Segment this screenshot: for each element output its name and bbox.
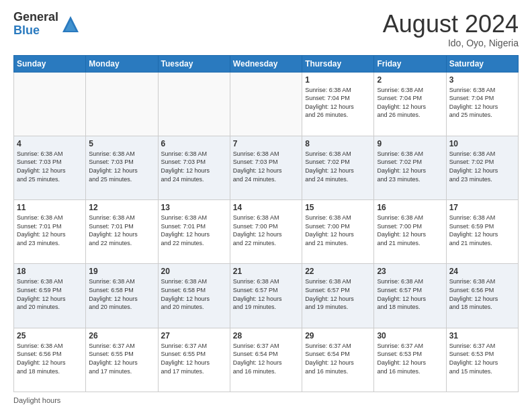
calendar-day-cell: 19Sunrise: 6:38 AM Sunset: 6:58 PM Dayli… bbox=[86, 264, 158, 328]
day-info: Sunrise: 6:38 AM Sunset: 7:04 PM Dayligh… bbox=[305, 86, 371, 120]
day-number: 18 bbox=[17, 267, 83, 276]
calendar-day-cell: 10Sunrise: 6:38 AM Sunset: 7:02 PM Dayli… bbox=[446, 136, 518, 199]
day-number: 28 bbox=[233, 331, 299, 340]
month-title: August 2024 bbox=[383, 11, 519, 38]
day-info: Sunrise: 6:38 AM Sunset: 6:58 PM Dayligh… bbox=[89, 277, 154, 311]
calendar-day-header: Wednesday bbox=[230, 55, 302, 72]
day-number: 19 bbox=[89, 267, 154, 276]
calendar-day-cell: 15Sunrise: 6:38 AM Sunset: 7:00 PM Dayli… bbox=[302, 200, 374, 264]
day-info: Sunrise: 6:38 AM Sunset: 7:02 PM Dayligh… bbox=[449, 150, 515, 183]
day-number: 30 bbox=[377, 331, 443, 340]
day-info: Sunrise: 6:38 AM Sunset: 7:02 PM Dayligh… bbox=[305, 150, 371, 183]
calendar-day-cell: 24Sunrise: 6:38 AM Sunset: 6:56 PM Dayli… bbox=[446, 264, 518, 328]
calendar-day-cell: 31Sunrise: 6:37 AM Sunset: 6:53 PM Dayli… bbox=[446, 328, 518, 392]
day-info: Sunrise: 6:38 AM Sunset: 6:57 PM Dayligh… bbox=[233, 277, 299, 311]
day-number: 9 bbox=[377, 139, 443, 148]
day-info: Sunrise: 6:38 AM Sunset: 7:03 PM Dayligh… bbox=[89, 150, 154, 183]
calendar-day-cell: 23Sunrise: 6:38 AM Sunset: 6:57 PM Dayli… bbox=[374, 264, 446, 328]
day-number: 7 bbox=[233, 139, 299, 148]
day-info: Sunrise: 6:38 AM Sunset: 7:03 PM Dayligh… bbox=[233, 150, 299, 183]
logo-blue: Blue bbox=[13, 24, 58, 38]
calendar-week-row: 25Sunrise: 6:38 AM Sunset: 6:56 PM Dayli… bbox=[14, 328, 519, 392]
subtitle: Ido, Oyo, Nigeria bbox=[383, 38, 519, 48]
day-info: Sunrise: 6:38 AM Sunset: 7:00 PM Dayligh… bbox=[233, 214, 299, 247]
calendar-day-cell: 11Sunrise: 6:38 AM Sunset: 7:01 PM Dayli… bbox=[14, 200, 86, 264]
calendar-day-cell: 3Sunrise: 6:38 AM Sunset: 7:04 PM Daylig… bbox=[446, 72, 518, 136]
calendar-day-cell: 12Sunrise: 6:38 AM Sunset: 7:01 PM Dayli… bbox=[86, 200, 158, 264]
footer: Daylight hours bbox=[13, 396, 519, 404]
calendar-day-cell: 2Sunrise: 6:38 AM Sunset: 7:04 PM Daylig… bbox=[374, 72, 446, 136]
calendar-day-cell: 18Sunrise: 6:38 AM Sunset: 6:59 PM Dayli… bbox=[14, 264, 86, 328]
day-number: 10 bbox=[449, 139, 515, 148]
calendar-day-cell: 25Sunrise: 6:38 AM Sunset: 6:56 PM Dayli… bbox=[14, 328, 86, 392]
logo: General Blue bbox=[13, 11, 81, 38]
day-number: 23 bbox=[377, 267, 443, 276]
footer-text: Daylight hours bbox=[13, 396, 60, 404]
calendar-day-cell bbox=[86, 72, 158, 136]
logo-general: General bbox=[13, 11, 58, 24]
calendar-day-cell: 14Sunrise: 6:38 AM Sunset: 7:00 PM Dayli… bbox=[230, 200, 302, 264]
calendar-day-cell: 7Sunrise: 6:38 AM Sunset: 7:03 PM Daylig… bbox=[230, 136, 302, 199]
day-info: Sunrise: 6:38 AM Sunset: 6:59 PM Dayligh… bbox=[17, 277, 83, 311]
calendar-day-cell bbox=[230, 72, 302, 136]
calendar-day-header: Saturday bbox=[446, 55, 518, 72]
calendar-day-cell: 21Sunrise: 6:38 AM Sunset: 6:57 PM Dayli… bbox=[230, 264, 302, 328]
logo-icon bbox=[60, 13, 81, 35]
page: General Blue August 2024 Ido, Oyo, Niger… bbox=[0, 0, 532, 411]
calendar-day-cell: 27Sunrise: 6:37 AM Sunset: 6:55 PM Dayli… bbox=[158, 328, 230, 392]
calendar-day-cell: 26Sunrise: 6:37 AM Sunset: 6:55 PM Dayli… bbox=[86, 328, 158, 392]
calendar-header-row: SundayMondayTuesdayWednesdayThursdayFrid… bbox=[14, 55, 519, 72]
day-info: Sunrise: 6:38 AM Sunset: 6:59 PM Dayligh… bbox=[449, 214, 515, 247]
calendar-day-cell: 5Sunrise: 6:38 AM Sunset: 7:03 PM Daylig… bbox=[86, 136, 158, 199]
calendar-week-row: 18Sunrise: 6:38 AM Sunset: 6:59 PM Dayli… bbox=[14, 264, 519, 328]
calendar-day-cell: 8Sunrise: 6:38 AM Sunset: 7:02 PM Daylig… bbox=[302, 136, 374, 199]
calendar-week-row: 11Sunrise: 6:38 AM Sunset: 7:01 PM Dayli… bbox=[14, 200, 519, 264]
day-info: Sunrise: 6:37 AM Sunset: 6:53 PM Dayligh… bbox=[449, 342, 515, 375]
calendar-day-header: Tuesday bbox=[158, 55, 230, 72]
day-info: Sunrise: 6:37 AM Sunset: 6:54 PM Dayligh… bbox=[233, 342, 299, 375]
day-info: Sunrise: 6:38 AM Sunset: 7:03 PM Dayligh… bbox=[161, 150, 227, 183]
day-number: 3 bbox=[449, 75, 515, 85]
day-number: 29 bbox=[305, 331, 371, 340]
day-number: 16 bbox=[377, 203, 443, 212]
calendar-day-cell: 1Sunrise: 6:38 AM Sunset: 7:04 PM Daylig… bbox=[302, 72, 374, 136]
day-number: 6 bbox=[161, 139, 227, 148]
day-number: 1 bbox=[305, 75, 371, 85]
calendar-day-cell: 9Sunrise: 6:38 AM Sunset: 7:02 PM Daylig… bbox=[374, 136, 446, 199]
day-number: 17 bbox=[449, 203, 515, 212]
day-info: Sunrise: 6:38 AM Sunset: 7:02 PM Dayligh… bbox=[377, 150, 443, 183]
day-info: Sunrise: 6:38 AM Sunset: 7:01 PM Dayligh… bbox=[89, 214, 154, 247]
day-info: Sunrise: 6:37 AM Sunset: 6:55 PM Dayligh… bbox=[89, 342, 154, 375]
day-info: Sunrise: 6:38 AM Sunset: 7:00 PM Dayligh… bbox=[377, 214, 443, 247]
day-info: Sunrise: 6:38 AM Sunset: 6:56 PM Dayligh… bbox=[17, 342, 83, 375]
calendar-day-cell: 30Sunrise: 6:37 AM Sunset: 6:53 PM Dayli… bbox=[374, 328, 446, 392]
day-number: 24 bbox=[449, 267, 515, 276]
calendar-day-cell: 20Sunrise: 6:38 AM Sunset: 6:58 PM Dayli… bbox=[158, 264, 230, 328]
day-number: 12 bbox=[89, 203, 154, 212]
day-info: Sunrise: 6:38 AM Sunset: 6:58 PM Dayligh… bbox=[161, 277, 227, 311]
day-info: Sunrise: 6:38 AM Sunset: 6:57 PM Dayligh… bbox=[305, 277, 371, 311]
calendar-day-cell: 28Sunrise: 6:37 AM Sunset: 6:54 PM Dayli… bbox=[230, 328, 302, 392]
day-number: 14 bbox=[233, 203, 299, 212]
calendar-day-cell: 16Sunrise: 6:38 AM Sunset: 7:00 PM Dayli… bbox=[374, 200, 446, 264]
day-info: Sunrise: 6:38 AM Sunset: 6:57 PM Dayligh… bbox=[377, 277, 443, 311]
calendar-day-cell: 29Sunrise: 6:37 AM Sunset: 6:54 PM Dayli… bbox=[302, 328, 374, 392]
day-number: 20 bbox=[161, 267, 227, 276]
day-info: Sunrise: 6:37 AM Sunset: 6:54 PM Dayligh… bbox=[305, 342, 371, 375]
calendar-day-cell: 4Sunrise: 6:38 AM Sunset: 7:03 PM Daylig… bbox=[14, 136, 86, 199]
day-number: 4 bbox=[17, 139, 83, 148]
day-number: 2 bbox=[377, 75, 443, 85]
calendar-day-header: Sunday bbox=[14, 55, 86, 72]
calendar-day-cell bbox=[158, 72, 230, 136]
calendar-day-header: Monday bbox=[86, 55, 158, 72]
day-number: 11 bbox=[17, 203, 83, 212]
calendar-week-row: 1Sunrise: 6:38 AM Sunset: 7:04 PM Daylig… bbox=[14, 72, 519, 136]
calendar-day-cell: 6Sunrise: 6:38 AM Sunset: 7:03 PM Daylig… bbox=[158, 136, 230, 199]
day-info: Sunrise: 6:38 AM Sunset: 7:00 PM Dayligh… bbox=[305, 214, 371, 247]
calendar-table: SundayMondayTuesdayWednesdayThursdayFrid… bbox=[13, 55, 519, 392]
calendar-day-cell: 22Sunrise: 6:38 AM Sunset: 6:57 PM Dayli… bbox=[302, 264, 374, 328]
day-info: Sunrise: 6:38 AM Sunset: 6:56 PM Dayligh… bbox=[449, 277, 515, 311]
day-number: 8 bbox=[305, 139, 371, 148]
calendar-day-cell: 17Sunrise: 6:38 AM Sunset: 6:59 PM Dayli… bbox=[446, 200, 518, 264]
day-number: 27 bbox=[161, 331, 227, 340]
